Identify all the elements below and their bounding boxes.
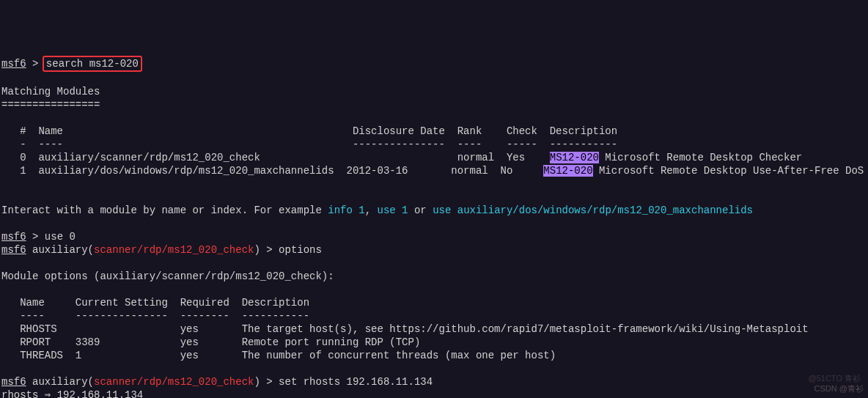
rhosts-result: rhosts ⇒ 192.168.11.134 xyxy=(1,389,143,398)
options-row: RHOSTS yes The target host(s), see https… xyxy=(1,323,809,335)
options-underline: ---- --------------- -------- ----------… xyxy=(1,310,309,322)
table-row: 1 auxiliary/dos/windows/rdp/ms12_020_max… xyxy=(1,165,543,177)
prompt-msf: msf6 xyxy=(1,58,26,70)
module-path: scanner/rdp/ms12_020_check xyxy=(94,376,254,388)
table-underline: - ---- --------------- ---- ----- ------… xyxy=(1,139,617,150)
command-use[interactable]: use 0 xyxy=(45,231,76,243)
matching-modules-underline: ================ xyxy=(1,99,100,111)
prompt-msf: msf6 xyxy=(1,231,26,243)
module-path: scanner/rdp/ms12_020_check xyxy=(94,244,254,256)
prompt-msf: msf6 xyxy=(1,376,26,388)
table-header: # Name Disclosure Date Rank Check Descri… xyxy=(1,125,617,137)
watermark: CSDN @青衫 xyxy=(814,382,864,395)
options-row: THREADS 1 yes The number of concurrent t… xyxy=(1,350,556,361)
cve-tag: MS12-020 xyxy=(550,152,599,163)
options-row: RPORT 3389 yes Remote port running RDP (… xyxy=(1,336,420,348)
options-header: Name Current Setting Required Descriptio… xyxy=(1,297,309,309)
table-row: 0 auxiliary/scanner/rdp/ms12_020_check n… xyxy=(1,152,550,163)
command-options[interactable]: options xyxy=(279,244,322,256)
cve-tag: MS12-020 xyxy=(543,165,592,177)
interact-text: Interact with a module by name or index.… xyxy=(1,204,328,216)
prompt-msf: msf6 xyxy=(1,244,26,256)
terminal-output: msf6 > search ms12-020 Matching Modules … xyxy=(1,56,868,398)
matching-modules-header: Matching Modules xyxy=(1,86,100,97)
module-options-header: Module options (auxiliary/scanner/rdp/ms… xyxy=(1,270,334,282)
highlighted-command-search: search ms12-020 xyxy=(43,56,142,72)
command-set-rhosts[interactable]: set rhosts 192.168.11.134 xyxy=(279,376,433,388)
